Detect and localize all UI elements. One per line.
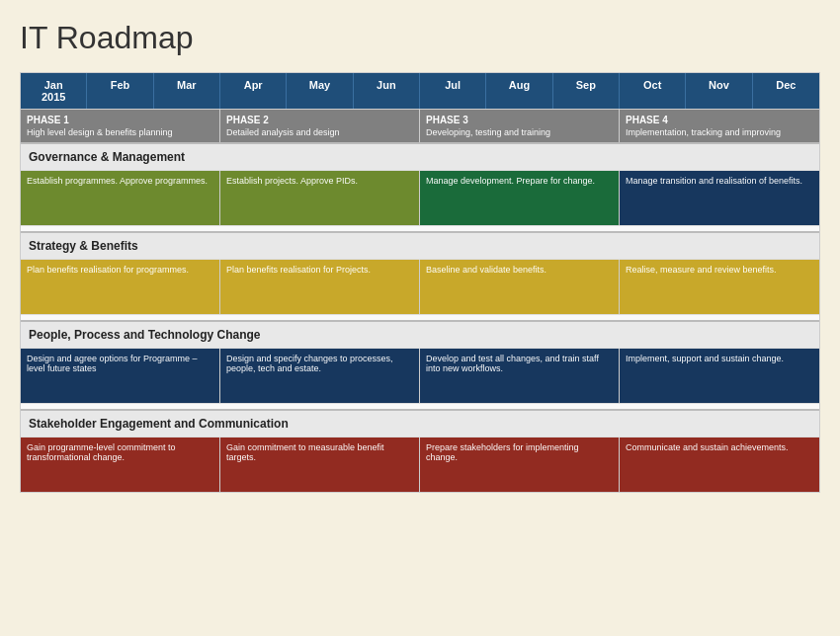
phases-row: PHASE 1 High level design & benefits pla… bbox=[21, 109, 819, 142]
month-may: May bbox=[287, 73, 353, 109]
phase-3: PHASE 3 Developing, testing and training bbox=[420, 110, 620, 142]
month-jul: Jul bbox=[420, 73, 486, 109]
spacer-3 bbox=[21, 403, 819, 409]
section-stakeholder-header: Stakeholder Engagement and Communication bbox=[21, 409, 819, 437]
people-task-1: Design and agree options for Programme –… bbox=[21, 349, 220, 403]
section-people-header: People, Process and Technology Change bbox=[21, 320, 819, 348]
section-governance-header: Governance & Management bbox=[21, 142, 819, 170]
strategy-task-2: Plan benefits realisation for Projects. bbox=[220, 260, 420, 314]
governance-task-3: Manage development. Prepare for change. bbox=[420, 171, 620, 225]
stakeholder-task-4: Communicate and sustain achievements. bbox=[620, 437, 819, 492]
stakeholder-task-2: Gain commitment to measurable benefit ta… bbox=[220, 437, 420, 492]
section-strategy-header: Strategy & Benefits bbox=[21, 231, 819, 259]
month-dec: Dec bbox=[753, 73, 819, 109]
month-mar: Mar bbox=[154, 73, 220, 109]
month-sep: Sep bbox=[553, 73, 620, 109]
strategy-task-4: Realise, measure and review benefits. bbox=[620, 260, 819, 314]
stakeholder-tasks: Gain programme-level commitment to trans… bbox=[21, 437, 819, 492]
governance-tasks: Establish programmes. Approve programmes… bbox=[21, 170, 819, 225]
month-oct: Oct bbox=[620, 73, 686, 109]
people-task-3: Develop and test all changes, and train … bbox=[420, 349, 620, 403]
months-header: Jan2015 Feb Mar Apr May Jun Jul Aug Sep … bbox=[21, 73, 819, 109]
governance-task-1: Establish programmes. Approve programmes… bbox=[21, 171, 220, 225]
governance-task-4: Manage transition and realisation of ben… bbox=[620, 171, 819, 225]
governance-task-2: Establish projects. Approve PIDs. bbox=[220, 171, 420, 225]
section-strategy-title: Strategy & Benefits bbox=[21, 233, 819, 259]
page-title: IT Roadmap bbox=[20, 20, 820, 56]
people-tasks: Design and agree options for Programme –… bbox=[21, 348, 819, 403]
roadmap-table: Jan2015 Feb Mar Apr May Jun Jul Aug Sep … bbox=[20, 72, 820, 493]
strategy-task-1: Plan benefits realisation for programmes… bbox=[21, 260, 220, 314]
stakeholder-task-3: Prepare stakeholders for implementing ch… bbox=[420, 437, 620, 492]
phase-1: PHASE 1 High level design & benefits pla… bbox=[21, 110, 220, 142]
month-jun: Jun bbox=[354, 73, 420, 109]
strategy-tasks: Plan benefits realisation for programmes… bbox=[21, 259, 819, 314]
section-people-title: People, Process and Technology Change bbox=[21, 322, 819, 348]
strategy-task-3: Baseline and validate benefits. bbox=[420, 260, 620, 314]
stakeholder-task-1: Gain programme-level commitment to trans… bbox=[21, 437, 220, 492]
people-task-2: Design and specify changes to processes,… bbox=[220, 349, 420, 403]
month-jan: Jan2015 bbox=[21, 73, 87, 109]
month-apr: Apr bbox=[220, 73, 287, 109]
spacer-1 bbox=[21, 225, 819, 231]
phase-2: PHASE 2 Detailed analysis and design bbox=[220, 110, 420, 142]
month-aug: Aug bbox=[486, 73, 552, 109]
phase-4: PHASE 4 Implementation, tracking and imp… bbox=[620, 110, 819, 142]
spacer-2 bbox=[21, 314, 819, 320]
section-stakeholder-title: Stakeholder Engagement and Communication bbox=[21, 411, 819, 437]
people-task-4: Implement, support and sustain change. bbox=[620, 349, 819, 403]
section-governance-title: Governance & Management bbox=[21, 144, 819, 170]
month-nov: Nov bbox=[686, 73, 752, 109]
month-feb: Feb bbox=[87, 73, 153, 109]
